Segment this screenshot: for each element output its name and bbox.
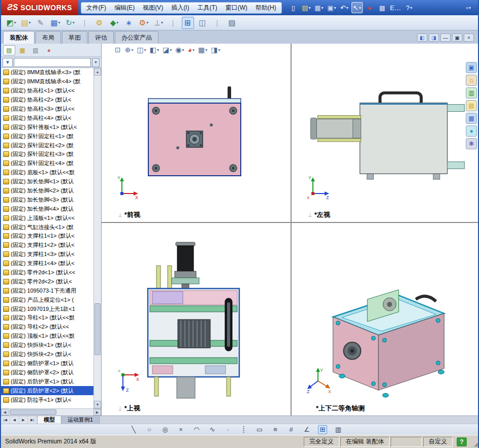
panel-tab-icon[interactable]: ▦ bbox=[16, 45, 28, 55]
task-pane-icon[interactable]: ✱ bbox=[466, 138, 477, 149]
sketch-tool-icon[interactable]: ▥ bbox=[334, 425, 343, 434]
sketch-tool-icon[interactable]: ▭ bbox=[255, 425, 264, 434]
tree-item[interactable]: (固定) 探针固定柱<3> (默 bbox=[1, 150, 93, 159]
next-tab-icon[interactable]: ▶ bbox=[19, 416, 28, 424]
sketch-tool-icon[interactable]: ◎ bbox=[161, 425, 170, 434]
scroll-thumb[interactable] bbox=[94, 303, 101, 355]
sketch-tool-icon[interactable]: ╲ bbox=[129, 425, 138, 434]
scroll-thumb[interactable] bbox=[10, 409, 56, 415]
tree-vertical-scrollbar[interactable]: ▲ ▼ bbox=[93, 68, 101, 408]
tree-item[interactable]: (固定) 探针固定柱<4> (默 bbox=[1, 159, 93, 168]
sketch-tool-icon[interactable]: × bbox=[176, 425, 185, 434]
tree-item[interactable]: (固定) 支撑柱1<3> (默认< bbox=[1, 250, 93, 259]
tree-item[interactable]: (固定) 1095073-1下壳通用 bbox=[1, 286, 93, 295]
tree-item[interactable]: (固定) 探针固定柱<2> (默 bbox=[1, 141, 93, 150]
window-control-icon[interactable]: ◧ bbox=[417, 34, 427, 42]
tree-item[interactable]: (固定) 加长垫脚<4> (默认 bbox=[1, 204, 93, 213]
tree-filter-input[interactable] bbox=[14, 58, 91, 67]
scroll-right-icon[interactable]: ▶ bbox=[93, 409, 101, 415]
tree-item[interactable]: (固定) 探针推板<1> (默认< bbox=[1, 122, 93, 132]
menu-item[interactable]: 视图(V) bbox=[139, 3, 167, 13]
toolbar-icon[interactable]: ∗ bbox=[123, 17, 135, 29]
tab-motion-study[interactable]: 运动算例1 bbox=[61, 416, 100, 424]
tab-sketch[interactable]: 草图 bbox=[62, 31, 87, 44]
titlebar-icon[interactable]: ▦▾ bbox=[313, 2, 325, 13]
hud-icon[interactable]: ◉▾ bbox=[175, 46, 184, 54]
tree-item[interactable]: (固定) 垫高柱<1> (默认<< bbox=[1, 86, 93, 95]
panel-tab-icon[interactable]: ▧ bbox=[29, 45, 42, 55]
task-pane-icon[interactable]: ▦ bbox=[466, 113, 477, 124]
viewport-splitter-vertical[interactable] bbox=[291, 44, 292, 415]
tab-model[interactable]: 模型 bbox=[38, 416, 61, 424]
window-control-icon[interactable]: — bbox=[440, 34, 451, 42]
toolbar-icon[interactable]: ⚙▾ bbox=[138, 17, 150, 29]
sketch-tool-icon[interactable]: ∠ bbox=[302, 425, 311, 434]
tree-item[interactable]: (固定) 8MM直线轴承<3> (默 bbox=[1, 68, 93, 77]
hud-icon[interactable]: ◪▾ bbox=[163, 46, 172, 54]
tree-item[interactable]: (固定) 8MM直线轴承<4> (默 bbox=[1, 77, 93, 86]
task-pane-icon[interactable]: ▤ bbox=[466, 100, 477, 111]
sketch-tool-icon[interactable]: ∿ bbox=[208, 425, 217, 434]
tree-item[interactable]: (固定) 支撑柱1<2> (默认< bbox=[1, 241, 93, 250]
tree-item[interactable]: (固定) 探针固定柱<1> (默 bbox=[1, 132, 93, 141]
viewport-front[interactable]: ⊡⊕▾◫▾◧▾◪▾◉▾◕▾▦▾◨▾ Y X ⊥ *前视 bbox=[102, 44, 291, 222]
hud-icon[interactable]: ◫▾ bbox=[137, 46, 146, 54]
toolbar-icon[interactable]: ◩▾ bbox=[5, 17, 17, 29]
prev-tab-icon[interactable]: ◀ bbox=[10, 416, 19, 424]
scroll-left-icon[interactable]: ◀ bbox=[1, 409, 9, 415]
hud-icon[interactable]: ◨▾ bbox=[211, 46, 220, 54]
tree-item[interactable]: (固定) 导柱<2> (默认<< bbox=[1, 323, 93, 332]
toolbar-icon[interactable]: ▨ bbox=[226, 17, 238, 29]
window-control-icon[interactable]: ◨ bbox=[429, 34, 439, 42]
tree-item[interactable]: (固定) 侧防护罩<2> (默认 bbox=[1, 368, 93, 377]
toolbar-icon[interactable]: ▤▾ bbox=[20, 17, 32, 29]
tree-item[interactable]: (固定) 上顶板<1> (默认<< bbox=[1, 213, 93, 222]
toolbar-icon[interactable]: ⚙ bbox=[93, 17, 106, 29]
titlebar-icon[interactable]: E… bbox=[390, 2, 402, 13]
toolbar-icon[interactable]: | bbox=[167, 17, 179, 29]
titlebar-icon[interactable]: ● bbox=[364, 2, 375, 13]
tree-item[interactable]: (固定) 垫高柱<2> (默认< bbox=[1, 95, 93, 105]
window-control-icon[interactable]: ▣ bbox=[452, 34, 462, 42]
scroll-track[interactable] bbox=[94, 76, 101, 401]
tree-item[interactable]: (固定) 1097019上壳1款<1 bbox=[1, 304, 93, 313]
viewport-left[interactable]: Y Z X ⊥ *左视 bbox=[292, 44, 478, 222]
filter-dropdown-icon[interactable]: ▾ bbox=[92, 58, 100, 67]
tab-layout[interactable]: 布局 bbox=[36, 31, 61, 44]
tree-item[interactable]: (固定) 支撑柱1<1> (默认< bbox=[1, 232, 93, 241]
tree-item[interactable]: (固定) 防拉手<1> (默认< bbox=[1, 395, 93, 404]
scroll-track[interactable] bbox=[9, 409, 93, 415]
task-pane-icon[interactable]: ▣ bbox=[466, 62, 477, 73]
panel-tab-icon[interactable]: ◕ bbox=[43, 45, 55, 55]
tree-horizontal-scrollbar[interactable]: ◀ ▶ bbox=[1, 408, 101, 415]
toolbar-icon[interactable]: ⊥▾ bbox=[152, 17, 165, 29]
panel-tab-icon[interactable]: ▤ bbox=[3, 45, 15, 55]
hud-icon[interactable]: ◕▾ bbox=[187, 46, 194, 54]
titlebar-icon[interactable]: ▤▾ bbox=[301, 2, 312, 13]
titlebar-icon[interactable]: ?▾ bbox=[403, 2, 414, 13]
tree-item[interactable]: (固定) 加长垫脚<3> (默认 bbox=[1, 195, 93, 204]
toolbar-icon[interactable]: ↻▾ bbox=[64, 17, 76, 29]
tree-item[interactable]: (固定) 后防护罩<2> (默认 bbox=[1, 386, 93, 395]
tree-item[interactable]: (固定) 零件2d<2> (默认< bbox=[1, 277, 93, 286]
toolbar-icon[interactable]: | bbox=[79, 17, 91, 29]
tree-item[interactable]: (固定) 加长垫脚<1> (默认 bbox=[1, 177, 93, 186]
tab-assembly[interactable]: 装配体 bbox=[3, 31, 35, 44]
titlebar-icon[interactable]: ↶▾ bbox=[339, 2, 350, 13]
quick-tips-icon[interactable]: ? bbox=[457, 437, 467, 446]
hud-icon[interactable]: ◧▾ bbox=[150, 46, 159, 54]
tree-item[interactable]: (固定) 快拆块<1> (默认< bbox=[1, 341, 93, 350]
task-pane-icon[interactable]: ● bbox=[466, 125, 477, 137]
tree-item[interactable]: (固定) 垫高柱<4> (默认< bbox=[1, 113, 93, 122]
titlebar-icon[interactable]: ▩ bbox=[377, 2, 388, 13]
viewport-top[interactable]: Y X Z ⊥ *上视 bbox=[102, 223, 291, 415]
menu-item[interactable]: 窗口(W) bbox=[221, 3, 251, 13]
last-tab-icon[interactable]: ▶| bbox=[28, 416, 37, 424]
toolbar-icon[interactable]: ✎ bbox=[35, 17, 47, 29]
menu-item[interactable]: 工具(T) bbox=[193, 3, 221, 13]
tree-item[interactable]: (固定) 侧防护罩<1> (默认 bbox=[1, 359, 93, 368]
sketch-tool-icon[interactable]: ┊ bbox=[239, 425, 248, 434]
first-tab-icon[interactable]: |◀ bbox=[1, 416, 10, 424]
scroll-down-icon[interactable]: ▼ bbox=[94, 401, 101, 408]
tree-item[interactable]: (固定) 垫高柱<3> (默认<< bbox=[1, 105, 93, 114]
